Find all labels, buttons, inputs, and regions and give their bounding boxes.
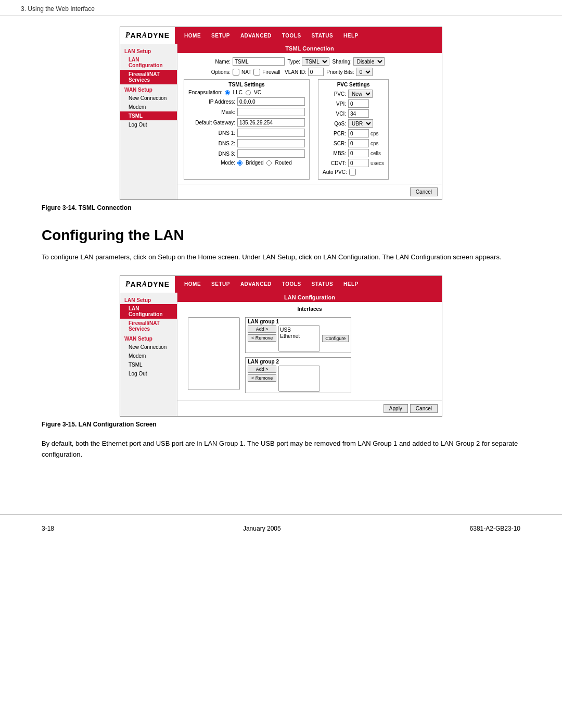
nav-setup-1[interactable]: SETUP (206, 27, 235, 44)
dns3-row: DNS 3: (188, 149, 305, 158)
vci-input[interactable] (348, 109, 369, 118)
name-type-row: Name: Type: TSML Sharing: Disable (184, 57, 436, 66)
nav-tools-1[interactable]: TOOLS (277, 27, 306, 44)
lan-group-2-buttons: Add > < Remove (248, 366, 276, 382)
qos-select[interactable]: UBR (348, 119, 373, 128)
dns1-row: DNS 1: (188, 129, 305, 137)
dns2-label: DNS 2: (188, 141, 235, 146)
nav-home-1[interactable]: HOME (179, 27, 206, 44)
main-title-1: TSML Connection (177, 44, 442, 53)
nav-status-2[interactable]: STATUS (306, 276, 339, 293)
add-button-2[interactable]: Add > (248, 366, 276, 373)
nav-help-1[interactable]: HELP (338, 27, 364, 44)
sidebar-lan-config-1[interactable]: LAN Configuration (120, 55, 177, 70)
llc-radio[interactable] (225, 90, 230, 95)
lan-group-2-list[interactable] (278, 366, 320, 392)
sidebar-lan-setup-2: LAN Setup (120, 295, 177, 304)
pvc-select[interactable]: New (348, 90, 373, 98)
scr-label: SCR: (323, 141, 346, 146)
firewall-checkbox[interactable] (253, 69, 260, 76)
nav-home-2[interactable]: HOME (179, 276, 206, 293)
pcr-input[interactable] (348, 129, 369, 137)
scr-row: SCR: cps (323, 139, 384, 147)
nav-status-1[interactable]: STATUS (306, 27, 339, 44)
cancel-button-1[interactable]: Cancel (410, 187, 438, 196)
nav-advanced-2[interactable]: ADVANCED (235, 276, 277, 293)
sidebar-modem-2[interactable]: Modem (120, 352, 177, 360)
router-logo-1: PARADYNE (120, 27, 175, 44)
list-item-usb: USB (280, 327, 318, 333)
name-label: Name: (184, 59, 231, 65)
router-sidebar-1: LAN Setup LAN Configuration Firewall/NAT… (120, 44, 177, 199)
sidebar-firewall-2[interactable]: Firewall/NAT Services (120, 319, 177, 333)
sidebar-logout-1[interactable]: Log Out (120, 120, 177, 129)
section-paragraph-2: By default, both the Ethernet port and U… (42, 438, 520, 460)
dns1-label: DNS 1: (188, 130, 235, 136)
bridged-radio[interactable] (237, 160, 242, 166)
auto-pvc-row: Auto PVC: (323, 169, 384, 175)
sidebar-new-conn-2[interactable]: New Connection (120, 343, 177, 352)
section-paragraph-1: To configure LAN parameters, click on Se… (42, 252, 520, 263)
name-input[interactable] (233, 57, 285, 66)
cdvt-unit: usecs (371, 160, 384, 166)
mode-label: Mode: (188, 160, 235, 166)
sidebar-modem-1[interactable]: Modem (120, 103, 177, 111)
lan-group-2: LAN group 2 Add > < Remove (245, 357, 351, 393)
mask-input[interactable] (237, 108, 305, 116)
figure-15-container: PARADYNE HOME SETUP ADVANCED TOOLS STATU… (42, 275, 520, 428)
sidebar-tsml-2[interactable]: TSML (120, 360, 177, 369)
ip-input[interactable] (237, 97, 305, 106)
router-footer-1: Cancel (177, 184, 442, 199)
dns3-label: DNS 3: (188, 151, 235, 157)
sidebar-firewall-1[interactable]: Firewall/NAT Services (120, 70, 177, 84)
footer-right: 6381-A2-GB23-10 (470, 525, 520, 532)
options-label: Options: (184, 69, 231, 75)
dns2-input[interactable] (237, 139, 305, 147)
tsml-settings-title: TSML Settings (188, 82, 305, 87)
figure-15-caption: Figure 3-15. LAN Configuration Screen (42, 421, 520, 428)
auto-pvc-checkbox[interactable] (349, 169, 356, 175)
main-content-1: Name: Type: TSML Sharing: Disable (177, 53, 442, 184)
sidebar-lan-setup-1: LAN Setup (120, 46, 177, 55)
vc-radio[interactable] (246, 90, 251, 95)
routed-radio[interactable] (266, 160, 272, 166)
remove-button-1[interactable]: < Remove (248, 334, 276, 342)
sidebar-tsml-1[interactable]: TSML (120, 111, 177, 120)
sharing-label: Sharing: (333, 59, 352, 65)
lan-group-1-list[interactable]: USB Ethernet (278, 325, 320, 352)
remove-button-2[interactable]: < Remove (248, 374, 276, 382)
priority-select[interactable]: 0 (356, 68, 373, 76)
vci-label: VCI: (323, 111, 346, 117)
lan-group-1-title: LAN group 1 (248, 319, 349, 324)
nav-tools-2[interactable]: TOOLS (277, 276, 306, 293)
sidebar-new-conn-1[interactable]: New Connection (120, 94, 177, 103)
dns1-input[interactable] (237, 129, 305, 137)
sidebar-logout-2[interactable]: Log Out (120, 369, 177, 378)
add-button-1[interactable]: Add > (248, 325, 276, 333)
configure-button[interactable]: Configure (322, 335, 349, 342)
apply-button-2[interactable]: Apply (384, 404, 408, 413)
dns3-input[interactable] (237, 149, 305, 158)
vlan-input[interactable] (308, 68, 324, 76)
type-select[interactable]: TSML (302, 57, 329, 66)
priority-label: Priority Bits: (326, 69, 354, 75)
settings-container: TSML Settings Encapsulation: LLC VC (184, 79, 436, 180)
nav-help-2[interactable]: HELP (338, 276, 364, 293)
cancel-button-2[interactable]: Cancel (410, 404, 438, 413)
nat-label: NAT (241, 69, 251, 75)
lan-group-1: LAN group 1 Add > < Remove USB (245, 317, 351, 353)
gateway-input[interactable] (237, 118, 305, 127)
vpi-input[interactable] (348, 99, 369, 108)
nav-advanced-1[interactable]: ADVANCED (235, 27, 277, 44)
pcr-row: PCR: cps (323, 129, 384, 137)
nav-setup-2[interactable]: SETUP (206, 276, 235, 293)
interfaces-list[interactable] (188, 317, 240, 390)
scr-input[interactable] (348, 139, 369, 147)
nat-checkbox[interactable] (233, 69, 239, 76)
sharing-select[interactable]: Disable (353, 57, 385, 66)
pvc-label: PVC: (323, 91, 346, 97)
main-content-2: Interfaces (177, 302, 442, 400)
mbs-input[interactable] (348, 149, 369, 157)
sidebar-lan-config-2[interactable]: LAN Configuration (120, 304, 177, 319)
cdvt-input[interactable] (348, 159, 369, 167)
